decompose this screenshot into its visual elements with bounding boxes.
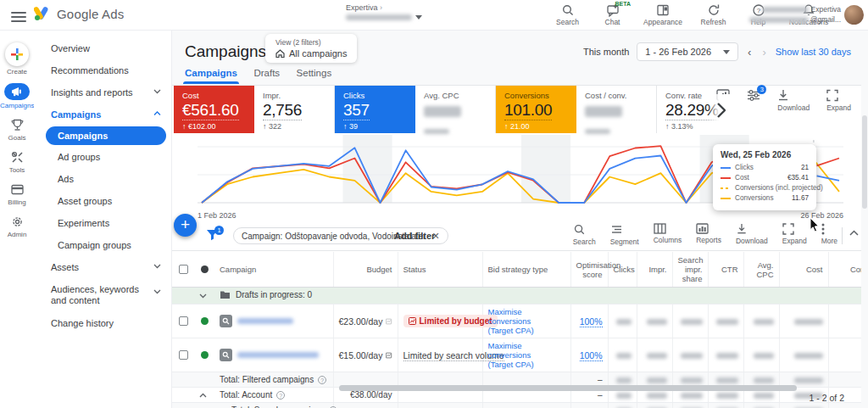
blurred-campaign-name[interactable]: [237, 352, 319, 358]
nav-assets[interactable]: Assets: [34, 256, 171, 278]
rail-campaigns[interactable]: Campaigns: [0, 83, 34, 109]
row-checkbox[interactable]: [179, 316, 188, 326]
blurred-value: [681, 393, 703, 399]
nav-ad-groups[interactable]: Ad groups: [34, 146, 171, 168]
nav-audiences[interactable]: Audiences, keywords and content: [34, 278, 171, 312]
col-campaign[interactable]: Campaign: [214, 252, 333, 288]
date-range-picker[interactable]: 1 - 26 Feb 2026: [637, 42, 738, 61]
nav-campaigns-section[interactable]: Campaigns: [34, 103, 171, 126]
columns-icon: [654, 223, 666, 234]
budget-value[interactable]: €15.00/day: [339, 350, 383, 360]
nav-campaigns[interactable]: Campaigns: [46, 126, 166, 145]
col-conv[interactable]: Conv.: [828, 252, 861, 288]
nav-asset-groups[interactable]: Asset groups: [34, 190, 171, 212]
reports-button[interactable]: Reports: [696, 223, 721, 246]
rail-admin[interactable]: Admin: [0, 214, 34, 238]
breadcrumb[interactable]: Expertiva ›: [346, 3, 422, 20]
filter-funnel-button[interactable]: 1: [206, 229, 219, 241]
chart-expand-button[interactable]: Expand: [826, 89, 851, 112]
scorecard-cost[interactable]: Cost €561.60 ↑ €102.00: [174, 86, 254, 133]
scorecard-conversions[interactable]: Conversions 101.00 ↑ 21.00: [496, 86, 576, 133]
rail-goals[interactable]: Goals: [0, 117, 34, 142]
rail-billing[interactable]: Billing: [0, 182, 34, 206]
tab-campaigns[interactable]: Campaigns: [185, 68, 237, 84]
scorecard-conv-rate[interactable]: Conv. rate 28.29% ↑ 3.13%: [657, 86, 715, 133]
col-opt-score[interactable]: Optimisation score: [570, 252, 608, 288]
new-campaign-fab[interactable]: +: [174, 214, 197, 237]
prev-period-button[interactable]: ‹: [746, 46, 753, 59]
show-last-30-days-link[interactable]: Show last 30 days: [776, 47, 851, 57]
budget-chart-icon[interactable]: [386, 351, 392, 360]
scorecard-cost-per-conv[interactable]: Cost / conv.: [576, 86, 657, 133]
view-selector[interactable]: View (2 filters) All campaigns: [265, 34, 357, 63]
budget-value[interactable]: €23.00/day: [339, 316, 383, 327]
campaign-row-1[interactable]: €23.00/day Limited by budget Maximise co…: [172, 305, 861, 338]
budget-chart-icon[interactable]: [386, 317, 392, 326]
col-impr[interactable]: Impr.: [637, 252, 672, 288]
avatar[interactable]: [844, 5, 864, 25]
columns-button[interactable]: Columns: [654, 223, 682, 246]
select-all-checkbox[interactable]: [179, 265, 188, 274]
refresh-button[interactable]: Refresh: [693, 3, 733, 26]
mouse-cursor: [810, 218, 820, 232]
table-expand-button[interactable]: Expand: [782, 223, 807, 246]
rail-tools[interactable]: Tools: [0, 149, 34, 174]
row-checkbox[interactable]: [179, 350, 188, 360]
scorecard-clicks[interactable]: Clicks 357 ↑ 39: [335, 86, 415, 133]
status-dot-header[interactable]: [201, 265, 209, 273]
scorecard-avg-cpc[interactable]: Avg. CPC: [415, 86, 496, 133]
nav-change-history[interactable]: Change history: [34, 312, 171, 334]
col-clicks[interactable]: Clicks: [608, 252, 637, 288]
create-button[interactable]: Create: [0, 42, 34, 75]
nav-ads[interactable]: Ads: [34, 168, 171, 190]
table-search-button[interactable]: Search: [573, 223, 596, 246]
col-avg-cpc[interactable]: Avg. CPC: [743, 252, 779, 288]
help-icon[interactable]: ?: [318, 376, 326, 384]
chart-download-button[interactable]: Download: [777, 89, 810, 112]
opt-score[interactable]: 100%: [580, 350, 603, 361]
add-filter-button[interactable]: Add filter: [394, 231, 435, 241]
nav-recommendations[interactable]: Recommendations: [34, 59, 171, 81]
blurred-account-name: [346, 14, 412, 20]
bid-strategy[interactable]: Maximise conversions(Target CPA): [488, 307, 565, 335]
appearance-button[interactable]: Appearance: [637, 3, 688, 26]
chevron-up-icon[interactable]: [199, 393, 207, 398]
segment-icon: [610, 223, 623, 236]
chat-button[interactable]: BETA Chat: [593, 3, 632, 26]
more-button[interactable]: More: [821, 223, 837, 246]
tab-drafts[interactable]: Drafts: [253, 68, 280, 84]
scorecard-impressions[interactable]: Impr. 2,756 ↑ 322: [254, 86, 335, 133]
nav-experiments[interactable]: Experiments: [34, 212, 171, 234]
col-search-impr-share[interactable]: Search impr. share: [672, 252, 708, 288]
chevron-down-icon[interactable]: [199, 293, 207, 299]
scorecards-next-button[interactable]: [708, 94, 733, 126]
col-ctr[interactable]: CTR: [708, 252, 743, 288]
vertical-scrollbar[interactable]: [861, 31, 868, 408]
nav-insights-reports[interactable]: Insights and reports: [34, 81, 171, 103]
table-download-button[interactable]: Download: [736, 223, 768, 246]
opt-score[interactable]: 100%: [580, 316, 603, 327]
hamburger-menu-icon[interactable]: [11, 9, 26, 21]
collapse-chart-button[interactable]: [849, 230, 859, 236]
segment-button[interactable]: Segment: [610, 223, 639, 246]
blurred-campaign-name[interactable]: [237, 318, 293, 324]
blurred-value: [681, 319, 703, 325]
help-icon[interactable]: ?: [276, 391, 285, 400]
limited-by-budget-badge[interactable]: Limited by budget: [403, 315, 498, 327]
col-cost[interactable]: Cost: [779, 252, 828, 288]
bid-strategy[interactable]: Maximise conversions(Target CPA): [488, 341, 565, 369]
tab-settings[interactable]: Settings: [297, 68, 332, 84]
account-info[interactable]: Expertiva @gmail...: [749, 4, 841, 25]
horizontal-scrollbar[interactable]: [339, 385, 797, 391]
col-status[interactable]: Status: [398, 252, 482, 288]
search-button[interactable]: Search: [548, 3, 587, 26]
col-bid-strategy[interactable]: Bid strategy type: [482, 252, 570, 288]
nav-overview[interactable]: Overview: [34, 37, 171, 59]
adjust-button[interactable]: 3: [747, 89, 760, 112]
campaign-row-2[interactable]: €15.00/day Limited by search volume Maxi…: [172, 338, 861, 372]
next-period-button[interactable]: ›: [760, 46, 767, 59]
nav-campaign-groups[interactable]: Campaign groups: [34, 234, 171, 256]
drafts-row[interactable]: Drafts in progress: 0: [172, 288, 861, 305]
scrollbar-thumb[interactable]: [862, 115, 867, 209]
col-budget[interactable]: Budget: [333, 252, 398, 288]
